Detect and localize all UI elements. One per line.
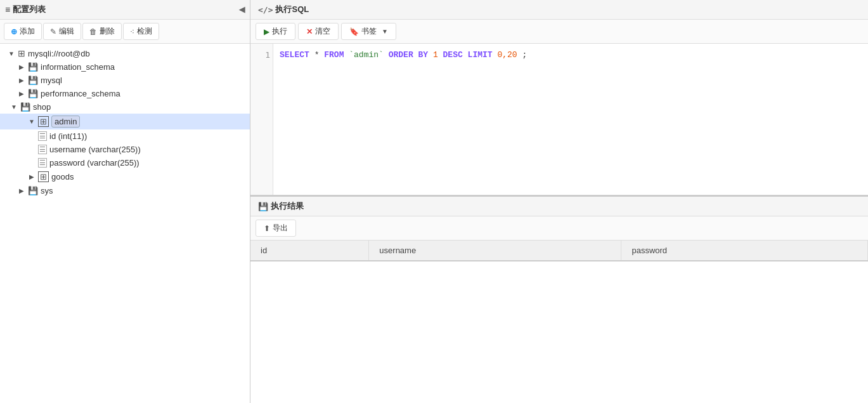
sql-semicolon: ; (522, 50, 527, 60)
sql-star: * (314, 50, 325, 60)
plus-icon: ⊕ (11, 27, 17, 36)
sidebar: ≡ 配置列表 ◀ ⊕ 添加 ✎ 编辑 🗑 删除 ⁖ 检测 (0, 0, 250, 403)
play-icon: ▶ (264, 27, 269, 36)
sql-num-limit: 0,20 (497, 50, 517, 60)
col-label: id (int(11)) (49, 131, 87, 141)
tree-col-username[interactable]: ☰ username (varchar(255)) (0, 143, 250, 156)
edit-button[interactable]: ✎ 编辑 (43, 23, 81, 40)
results-header: 💾 执行结果 (250, 197, 868, 216)
bookmark-icon: 🔖 (349, 27, 359, 36)
export-icon: ⬆ (264, 224, 270, 233)
results-section: 💾 执行结果 ⬆ 导出 id username password (250, 197, 868, 403)
right-panel: </> 执行SQL ▶ 执行 ✕ 清空 🔖 书签 ▼ (250, 0, 868, 403)
sql-keyword-limit: LIMIT (468, 50, 493, 60)
app-container: ≡ 配置列表 ◀ ⊕ 添加 ✎ 编辑 🗑 删除 ⁖ 检测 (0, 0, 868, 403)
edit-icon: ✎ (50, 27, 56, 36)
sql-keyword-orderby: ORDER BY (389, 50, 428, 60)
tree-db-performance-schema[interactable]: ▶ 💾 performance_schema (0, 87, 250, 100)
export-button[interactable]: ⬆ 导出 (256, 220, 296, 237)
code-icon: </> (258, 5, 273, 15)
line-numbers: 1 (250, 44, 273, 195)
sql-editor-content: 1 SELECT * FROM `admin` ORDER BY 1 DESC … (250, 44, 868, 195)
sql-keyword-select: SELECT (280, 50, 309, 60)
table-toggle-icon: ▶ (28, 173, 36, 181)
sidebar-toolbar: ⊕ 添加 ✎ 编辑 🗑 删除 ⁖ 检测 (0, 20, 250, 44)
add-button[interactable]: ⊕ 添加 (4, 23, 42, 40)
results-toolbar: ⬆ 导出 (250, 216, 868, 241)
col-icon: ☰ (38, 158, 47, 168)
tree-db-information-schema[interactable]: ▶ 💾 information_schema (0, 60, 250, 74)
db-toggle-icon: ▶ (18, 77, 25, 84)
db-label: shop (33, 102, 51, 112)
sql-keyword-desc: DESC (443, 50, 463, 60)
bookmark-button[interactable]: 🔖 书签 ▼ (341, 23, 396, 40)
root-label: mysqli://root@db (28, 49, 90, 58)
db-toggle-icon: ▶ (18, 187, 25, 195)
table-label: admin (51, 116, 80, 128)
data-table: id username password (250, 241, 868, 261)
database-icon: 💾 (28, 89, 38, 98)
tree-area: ▼ ⊞ mysqli://root@db ▶ 💾 information_sch… (0, 44, 250, 403)
db-label: information_schema (41, 62, 115, 72)
sidebar-header: ≡ 配置列表 ◀ (0, 0, 250, 20)
sidebar-title: 配置列表 (13, 4, 46, 15)
col-icon: ☰ (38, 131, 47, 141)
database-icon: 💾 (28, 186, 38, 195)
col-icon: ☰ (38, 145, 47, 154)
trash-icon: 🗑 (89, 27, 97, 36)
tree-table-goods[interactable]: ▶ ⊞ goods (0, 169, 250, 184)
check-icon: ⁖ (130, 27, 134, 36)
delete-button[interactable]: 🗑 删除 (82, 23, 122, 40)
tree-table-admin[interactable]: ▼ ⊞ admin (0, 114, 250, 129)
db-label: performance_schema (41, 89, 120, 98)
sql-editor-header: </> 执行SQL (250, 0, 868, 20)
table-toggle-icon: ▼ (28, 118, 36, 126)
col-header-username: username (369, 241, 621, 261)
db-toggle-icon: ▼ (10, 103, 18, 111)
bookmark-dropdown-icon: ▼ (382, 28, 388, 35)
sql-keyword-from: FROM (324, 50, 344, 60)
list-icon: ≡ (5, 4, 10, 15)
sql-toolbar: ▶ 执行 ✕ 清空 🔖 书签 ▼ (250, 20, 868, 44)
results-table[interactable]: id username password (250, 241, 868, 403)
tree-root[interactable]: ▼ ⊞ mysqli://root@db (0, 46, 250, 60)
tree-db-mysql[interactable]: ▶ 💾 mysql (0, 74, 250, 87)
table-icon: ⊞ (38, 116, 49, 127)
line-number-1: 1 (253, 49, 270, 62)
col-label: username (varchar(255)) (49, 145, 141, 154)
header-row: id username password (250, 241, 868, 261)
clear-icon: ✕ (306, 27, 313, 36)
sql-code-area[interactable]: SELECT * FROM `admin` ORDER BY 1 DESC LI… (273, 44, 868, 195)
col-header-password: password (621, 241, 868, 261)
collapse-sidebar-icon[interactable]: ◀ (239, 5, 245, 14)
table-icon: ⊞ (38, 171, 49, 182)
database-icon: 💾 (28, 76, 38, 85)
col-label: password (varchar(255)) (49, 158, 139, 168)
sql-num-1: 1 (433, 50, 438, 60)
clear-button[interactable]: ✕ 清空 (298, 23, 339, 40)
db-label: sys (41, 186, 53, 195)
tree-db-sys[interactable]: ▶ 💾 sys (0, 184, 250, 197)
table-header: id username password (250, 241, 868, 261)
col-header-id: id (250, 241, 369, 261)
root-toggle-icon: ▼ (8, 50, 15, 57)
db-label: mysql (41, 76, 62, 85)
database-icon: 💾 (20, 102, 30, 112)
sql-table-name: `admin` (349, 50, 388, 60)
table-label: goods (51, 172, 74, 182)
results-title: 执行结果 (271, 201, 304, 212)
tree-db-shop[interactable]: ▼ 💾 shop (0, 100, 250, 114)
save-icon: 💾 (258, 202, 268, 211)
run-button[interactable]: ▶ 执行 (256, 23, 295, 40)
tree-col-id[interactable]: ☰ id (int(11)) (0, 129, 250, 143)
db-toggle-icon: ▶ (18, 90, 25, 98)
server-icon: ⊞ (18, 48, 25, 58)
check-button[interactable]: ⁖ 检测 (123, 23, 159, 40)
tree-col-password[interactable]: ☰ password (varchar(255)) (0, 156, 250, 169)
sql-editor-title: 执行SQL (275, 4, 309, 15)
sidebar-header-title: ≡ 配置列表 (5, 4, 46, 15)
database-icon: 💾 (28, 62, 38, 72)
db-toggle-icon: ▶ (18, 63, 25, 71)
sql-editor-section: </> 执行SQL ▶ 执行 ✕ 清空 🔖 书签 ▼ (250, 0, 868, 197)
